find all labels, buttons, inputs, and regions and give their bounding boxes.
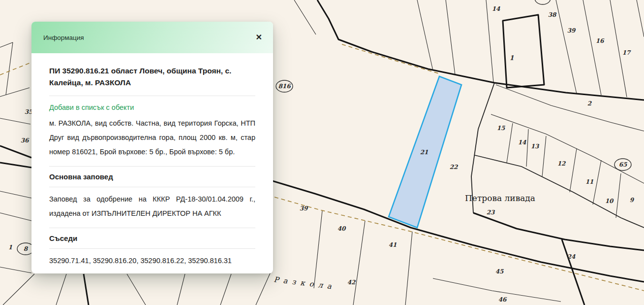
- object-title: ПИ 35290.816.21 област Ловеч, община Тро…: [49, 65, 255, 96]
- object-description: м. РАЗКОЛА, вид собств. Частна, вид тери…: [49, 116, 255, 159]
- parcel-number-label: 14: [492, 5, 500, 12]
- parcel-number-label: 38: [548, 11, 557, 18]
- parcel-number-label: 13: [531, 143, 540, 150]
- place-name-label: Петрова ливада: [465, 193, 535, 203]
- parcel-number-label: 1: [8, 244, 12, 251]
- parcel-number-label: 46: [498, 296, 507, 303]
- parcel-number-label: 15: [497, 125, 505, 132]
- info-popup: Информация ✕ ПИ 35290.816.21 област Лове…: [31, 22, 273, 273]
- parcel-number-label: 10: [605, 198, 614, 204]
- section-heading-main-order: Основна заповед: [49, 166, 255, 187]
- parcel-number-label: 12: [557, 160, 566, 167]
- parcel-number-label: 21: [420, 149, 429, 156]
- popup-header: Информация ✕: [31, 22, 273, 53]
- parcel-number-label: 42: [347, 279, 356, 286]
- parcel-number-label: 23: [487, 209, 495, 216]
- section-text-main-order: Заповед за одобрение на КККР РД-18-30/01…: [49, 192, 255, 221]
- section-text-neighbors: 35290.71.41, 35290.816.20, 35290.816.22,…: [49, 254, 255, 268]
- popup-title: Информация: [43, 34, 84, 41]
- parcel-number-label: 39: [300, 205, 308, 212]
- popup-body: ПИ 35290.816.21 област Ловеч, община Тро…: [31, 53, 273, 273]
- svg-text:816: 816: [278, 83, 291, 90]
- parcel-number-label: 22: [450, 164, 459, 170]
- parcel-number-label: 41: [389, 241, 397, 248]
- parcel-number-label: 17: [622, 49, 631, 56]
- parcel-number-label: 45: [495, 268, 504, 275]
- parcel-number-label: 24: [567, 253, 576, 260]
- parcel-number-label: 39: [567, 27, 576, 34]
- parcel-number-label: 36: [21, 137, 30, 144]
- close-icon[interactable]: ✕: [256, 34, 262, 41]
- parcel-number-label: 11: [585, 178, 594, 185]
- section-heading-neighbors: Съседи: [49, 228, 255, 249]
- parcel-number-label: 1: [509, 54, 514, 62]
- parcel-number-label: 16: [596, 37, 605, 44]
- svg-text:65: 65: [619, 161, 627, 168]
- add-to-list-link[interactable]: Добави в списък с обекти: [49, 103, 134, 111]
- parcel-number-label: 40: [337, 225, 346, 232]
- parcel-number-label: 14: [518, 139, 526, 146]
